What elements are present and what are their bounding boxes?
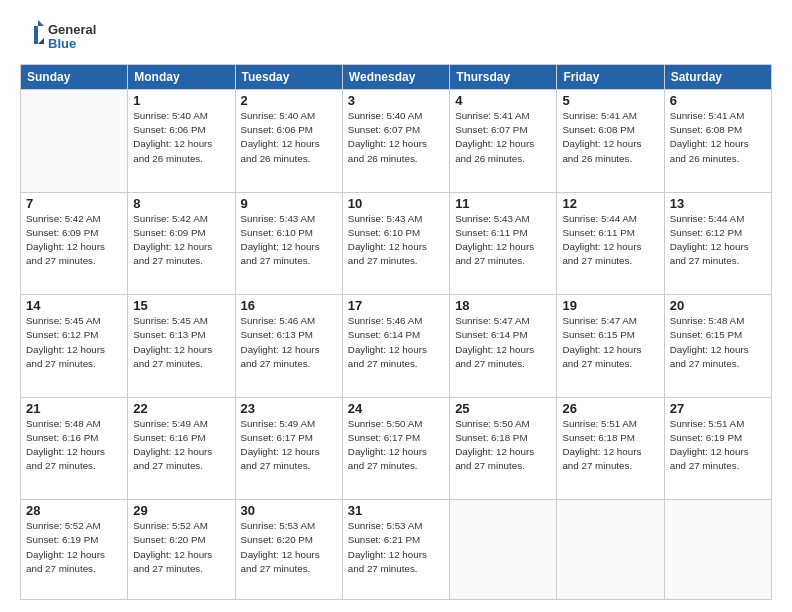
calendar-cell: 13Sunrise: 5:44 AMSunset: 6:12 PMDayligh… [664,192,771,295]
calendar-cell: 2Sunrise: 5:40 AMSunset: 6:06 PMDaylight… [235,90,342,193]
day-info: Sunrise: 5:48 AMSunset: 6:16 PMDaylight:… [26,417,122,474]
logo: General Blue [20,18,120,54]
day-info: Sunrise: 5:48 AMSunset: 6:15 PMDaylight:… [670,314,766,371]
day-info: Sunrise: 5:40 AMSunset: 6:06 PMDaylight:… [133,109,229,166]
day-number: 7 [26,196,122,211]
day-number: 15 [133,298,229,313]
day-info: Sunrise: 5:53 AMSunset: 6:20 PMDaylight:… [241,519,337,576]
day-number: 8 [133,196,229,211]
day-info: Sunrise: 5:42 AMSunset: 6:09 PMDaylight:… [133,212,229,269]
calendar-cell: 3Sunrise: 5:40 AMSunset: 6:07 PMDaylight… [342,90,449,193]
weekday-header-tuesday: Tuesday [235,65,342,90]
day-info: Sunrise: 5:44 AMSunset: 6:12 PMDaylight:… [670,212,766,269]
calendar-cell: 10Sunrise: 5:43 AMSunset: 6:10 PMDayligh… [342,192,449,295]
day-number: 9 [241,196,337,211]
calendar-cell: 18Sunrise: 5:47 AMSunset: 6:14 PMDayligh… [450,295,557,398]
calendar-cell: 24Sunrise: 5:50 AMSunset: 6:17 PMDayligh… [342,397,449,500]
calendar-cell: 29Sunrise: 5:52 AMSunset: 6:20 PMDayligh… [128,500,235,600]
day-info: Sunrise: 5:49 AMSunset: 6:17 PMDaylight:… [241,417,337,474]
day-number: 28 [26,503,122,518]
day-number: 30 [241,503,337,518]
calendar-cell: 8Sunrise: 5:42 AMSunset: 6:09 PMDaylight… [128,192,235,295]
calendar-cell: 20Sunrise: 5:48 AMSunset: 6:15 PMDayligh… [664,295,771,398]
calendar-week-row: 1Sunrise: 5:40 AMSunset: 6:06 PMDaylight… [21,90,772,193]
svg-marker-4 [38,38,44,44]
page-header: General Blue [20,18,772,54]
svg-text:General: General [48,22,96,37]
calendar-cell: 27Sunrise: 5:51 AMSunset: 6:19 PMDayligh… [664,397,771,500]
calendar-week-row: 21Sunrise: 5:48 AMSunset: 6:16 PMDayligh… [21,397,772,500]
day-number: 25 [455,401,551,416]
weekday-header-saturday: Saturday [664,65,771,90]
day-number: 6 [670,93,766,108]
calendar-cell: 17Sunrise: 5:46 AMSunset: 6:14 PMDayligh… [342,295,449,398]
day-info: Sunrise: 5:41 AMSunset: 6:07 PMDaylight:… [455,109,551,166]
day-info: Sunrise: 5:40 AMSunset: 6:06 PMDaylight:… [241,109,337,166]
day-number: 13 [670,196,766,211]
day-info: Sunrise: 5:53 AMSunset: 6:21 PMDaylight:… [348,519,444,576]
logo-svg: General Blue [20,18,120,54]
calendar-table: SundayMondayTuesdayWednesdayThursdayFrid… [20,64,772,600]
calendar-header-row: SundayMondayTuesdayWednesdayThursdayFrid… [21,65,772,90]
day-info: Sunrise: 5:52 AMSunset: 6:19 PMDaylight:… [26,519,122,576]
day-number: 29 [133,503,229,518]
day-info: Sunrise: 5:51 AMSunset: 6:19 PMDaylight:… [670,417,766,474]
day-info: Sunrise: 5:50 AMSunset: 6:18 PMDaylight:… [455,417,551,474]
day-number: 1 [133,93,229,108]
calendar-cell: 28Sunrise: 5:52 AMSunset: 6:19 PMDayligh… [21,500,128,600]
calendar-cell: 22Sunrise: 5:49 AMSunset: 6:16 PMDayligh… [128,397,235,500]
calendar-cell: 14Sunrise: 5:45 AMSunset: 6:12 PMDayligh… [21,295,128,398]
svg-marker-2 [38,20,44,26]
day-info: Sunrise: 5:42 AMSunset: 6:09 PMDaylight:… [26,212,122,269]
day-number: 27 [670,401,766,416]
calendar-cell: 9Sunrise: 5:43 AMSunset: 6:10 PMDaylight… [235,192,342,295]
day-info: Sunrise: 5:41 AMSunset: 6:08 PMDaylight:… [562,109,658,166]
day-number: 2 [241,93,337,108]
calendar-cell [557,500,664,600]
day-info: Sunrise: 5:45 AMSunset: 6:13 PMDaylight:… [133,314,229,371]
day-number: 10 [348,196,444,211]
calendar-cell: 15Sunrise: 5:45 AMSunset: 6:13 PMDayligh… [128,295,235,398]
calendar-cell: 31Sunrise: 5:53 AMSunset: 6:21 PMDayligh… [342,500,449,600]
day-number: 23 [241,401,337,416]
day-info: Sunrise: 5:41 AMSunset: 6:08 PMDaylight:… [670,109,766,166]
svg-text:Blue: Blue [48,36,76,51]
day-info: Sunrise: 5:45 AMSunset: 6:12 PMDaylight:… [26,314,122,371]
day-info: Sunrise: 5:47 AMSunset: 6:14 PMDaylight:… [455,314,551,371]
day-number: 5 [562,93,658,108]
calendar-cell: 26Sunrise: 5:51 AMSunset: 6:18 PMDayligh… [557,397,664,500]
day-number: 14 [26,298,122,313]
calendar-cell: 5Sunrise: 5:41 AMSunset: 6:08 PMDaylight… [557,90,664,193]
day-number: 17 [348,298,444,313]
day-number: 11 [455,196,551,211]
calendar-cell: 7Sunrise: 5:42 AMSunset: 6:09 PMDaylight… [21,192,128,295]
day-number: 20 [670,298,766,313]
calendar-cell [21,90,128,193]
calendar-cell: 30Sunrise: 5:53 AMSunset: 6:20 PMDayligh… [235,500,342,600]
day-number: 24 [348,401,444,416]
weekday-header-monday: Monday [128,65,235,90]
calendar-cell: 16Sunrise: 5:46 AMSunset: 6:13 PMDayligh… [235,295,342,398]
day-number: 19 [562,298,658,313]
calendar-cell [664,500,771,600]
calendar-week-row: 28Sunrise: 5:52 AMSunset: 6:19 PMDayligh… [21,500,772,600]
weekday-header-thursday: Thursday [450,65,557,90]
day-number: 21 [26,401,122,416]
calendar-cell: 23Sunrise: 5:49 AMSunset: 6:17 PMDayligh… [235,397,342,500]
day-info: Sunrise: 5:43 AMSunset: 6:10 PMDaylight:… [348,212,444,269]
day-info: Sunrise: 5:52 AMSunset: 6:20 PMDaylight:… [133,519,229,576]
day-info: Sunrise: 5:49 AMSunset: 6:16 PMDaylight:… [133,417,229,474]
day-info: Sunrise: 5:43 AMSunset: 6:10 PMDaylight:… [241,212,337,269]
svg-rect-3 [34,26,38,44]
day-number: 12 [562,196,658,211]
calendar-cell: 11Sunrise: 5:43 AMSunset: 6:11 PMDayligh… [450,192,557,295]
calendar-cell: 12Sunrise: 5:44 AMSunset: 6:11 PMDayligh… [557,192,664,295]
calendar-cell: 6Sunrise: 5:41 AMSunset: 6:08 PMDaylight… [664,90,771,193]
day-number: 26 [562,401,658,416]
weekday-header-friday: Friday [557,65,664,90]
day-info: Sunrise: 5:51 AMSunset: 6:18 PMDaylight:… [562,417,658,474]
day-info: Sunrise: 5:50 AMSunset: 6:17 PMDaylight:… [348,417,444,474]
calendar-cell: 4Sunrise: 5:41 AMSunset: 6:07 PMDaylight… [450,90,557,193]
day-info: Sunrise: 5:40 AMSunset: 6:07 PMDaylight:… [348,109,444,166]
day-number: 22 [133,401,229,416]
